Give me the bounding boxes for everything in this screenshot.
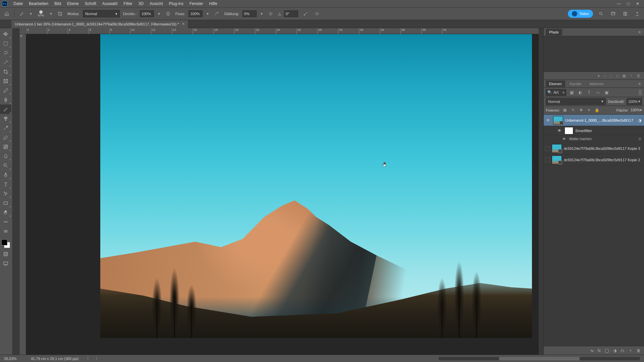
brush-picker-dropdown[interactable]: ▾ [49,11,53,16]
filter-adjust-icon[interactable]: ◐ [577,89,584,96]
layer-list[interactable]: 👁 Unbenannt-1_0000_...3bca509fec5d9117 ◑… [544,115,644,346]
lock-nesting-icon[interactable]: ▾ [586,108,592,112]
add-mask-icon[interactable]: ◯ [605,348,609,353]
layers-tab[interactable]: Ebenen [546,80,565,87]
new-group-icon[interactable]: 🗀 [621,348,625,353]
document-tab[interactable]: Unbenannt-1 bei 26% (Unbenannt-1_0000_dc… [11,20,189,28]
eraser-tool[interactable] [0,133,11,142]
menu-auswahl[interactable]: Auswahl [100,1,120,7]
layer-visibility-toggle[interactable] [545,158,550,162]
layer-name[interactable]: dc59124e7f79a08c3bca509fec5d9117 Kopie 2 [564,158,643,162]
smoothing-input[interactable] [243,10,257,17]
opacity-input[interactable] [140,10,154,17]
document-tab-close[interactable]: ✕ [182,22,185,26]
horizontal-scrollbar[interactable] [439,357,640,360]
layer-name[interactable]: dc59124e7f79a08c3bca509fec5d9117 Kopie 3 [564,146,643,150]
zoom-level[interactable]: 26,03% [4,357,24,361]
menu-schrift[interactable]: Schrift [82,1,99,7]
layer-filter-kind-select[interactable]: 🔍Art▾ [546,89,566,96]
flow-dropdown[interactable]: ▾ [206,11,209,16]
quickmask-toggle[interactable] [0,249,11,259]
menu-bild[interactable]: Bild [52,1,64,7]
stroke-path-icon[interactable]: ○ [603,73,606,78]
scrollbar-thumb[interactable] [499,357,580,360]
magic-wand-tool[interactable] [0,58,11,67]
workspace-switcher[interactable] [609,10,617,18]
menu-bearbeiten[interactable]: Bearbeiten [26,1,51,7]
hand-tool[interactable] [0,208,11,217]
healing-brush-tool[interactable] [0,95,11,105]
vertical-ruler[interactable]: 0 [19,34,26,355]
lock-transparency-icon[interactable]: ▦ [562,108,568,112]
smartfilter-item-row[interactable]: 👁 Matter machen ⚙ [544,135,644,143]
path-select-tool[interactable] [0,189,11,198]
window-minimize-button[interactable]: — [616,1,621,6]
delete-path-icon[interactable]: 🗑 [637,73,641,78]
frame-tool[interactable] [0,76,11,86]
menu-plugins[interactable]: Plug-ins [166,1,186,7]
menu-ebene[interactable]: Ebene [64,1,82,7]
symmetry-button[interactable] [313,10,321,18]
opacity-dropdown[interactable]: ▾ [157,11,161,16]
vertical-scrollbar[interactable] [539,28,543,355]
share-button[interactable]: Teilen [568,10,593,18]
rectangle-tool[interactable] [0,198,11,208]
move-tool[interactable] [0,29,11,39]
layer-row[interactable]: 👁 Unbenannt-1_0000_...3bca509fec5d9117 ◑ [544,115,644,126]
menu-datei[interactable]: Datei [11,1,25,7]
canvas-area[interactable]: 0246810121416182022242628303234363840 0 [19,28,539,355]
make-workpath-icon[interactable]: ◇ [616,73,619,78]
pen-tool[interactable] [0,170,11,180]
new-adjustment-layer-icon[interactable]: ◑ [613,348,616,353]
smartfilter-item-name[interactable]: Matter machen [569,137,592,141]
fill-path-icon[interactable]: ● [598,73,600,78]
foreground-color-swatch[interactable] [1,239,7,245]
lock-position-icon[interactable]: ✥ [578,108,584,112]
paths-panel-body[interactable]: ● ○ ◌ ◇ ▣ ＋ 🗑 [544,36,644,80]
home-button[interactable] [3,10,11,18]
document-dimensions[interactable]: 41,79 cm x 28,1 cm (300 ppi) [31,357,78,361]
filter-shape-icon[interactable]: ▭ [594,89,601,96]
menu-ansicht[interactable]: Ansicht [147,1,165,7]
filter-toggle[interactable] [639,90,642,95]
ruler-origin[interactable] [19,28,26,34]
pressure-opacity-toggle[interactable] [164,10,172,18]
tool-preset-dropdown[interactable]: ▾ [29,11,33,16]
smartfilter-visibility-toggle[interactable]: 👁 [556,128,562,134]
smartfilter-item-options-icon[interactable]: ⚙ [638,137,641,141]
lock-all-icon[interactable]: 🔒 [594,108,600,112]
filter-pixel-icon[interactable]: ▦ [568,89,575,96]
more-tools[interactable] [0,217,11,227]
layer-visibility-toggle[interactable]: 👁 [545,117,551,123]
smartfilter-item-visibility[interactable]: 👁 [561,136,567,142]
menu-3d[interactable]: 3D [136,1,146,7]
actions-tab[interactable]: Aktionen [586,80,607,87]
layer-fill-input[interactable]: 100%▾ [631,108,642,112]
document-canvas[interactable] [100,34,532,338]
type-tool[interactable] [0,180,11,189]
blend-mode-select[interactable]: Normal▾ [83,10,120,17]
delete-layer-icon[interactable]: 🗑 [637,348,641,353]
statusbar-nav-left-icon[interactable]: 〈 [85,356,89,361]
brush-preview[interactable]: 87% [36,9,46,19]
menu-filter[interactable]: Filter [121,1,135,7]
load-path-selection-icon[interactable]: ◌ [609,73,612,78]
layer-fx-icon[interactable]: fx [598,348,601,353]
new-path-icon[interactable]: ＋ [629,73,633,78]
statusbar-nav-right-icon[interactable]: 〉 [96,356,99,361]
menu-hilfe[interactable]: Hilfe [207,1,220,7]
layer-name[interactable]: Unbenannt-1_0000_...3bca509fec5d9117 [565,118,636,122]
layer-thumbnail[interactable] [552,156,562,164]
link-layers-icon[interactable]: ⇋ [590,348,594,353]
brush-tool[interactable] [0,105,11,114]
smartfilter-row[interactable]: 👁 Smartfilter [544,126,644,135]
color-swatches[interactable] [0,238,11,249]
layer-blend-mode-select[interactable]: Normal▾ [546,98,606,105]
history-brush-tool[interactable] [0,123,11,133]
smoothing-dropdown[interactable]: ▾ [260,11,263,16]
edit-toolbar[interactable] [0,227,11,236]
layer-visibility-toggle[interactable] [545,146,550,151]
marquee-tool[interactable] [0,39,11,48]
gradient-tool[interactable] [0,142,11,152]
lock-image-icon[interactable]: ✎ [570,108,576,112]
